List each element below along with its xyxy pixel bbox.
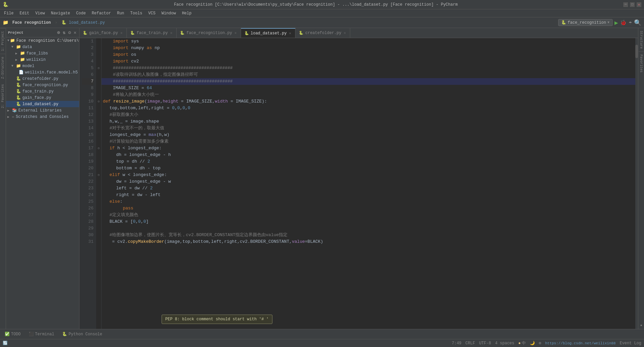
- tab-load-dataset[interactable]: 🐍 load_dataset.py ✕: [241, 28, 296, 38]
- code-line-11: top,bottom,left,right = 0,0,0,0: [101, 105, 635, 112]
- tree-item-data[interactable]: ▼ 📁 data: [6, 44, 79, 50]
- favorites-right-tab[interactable]: Favorites: [639, 52, 644, 75]
- tree-item-face-libs[interactable]: ▶ 📁 face_libs: [6, 50, 79, 56]
- todo-label: TODO: [11, 332, 21, 337]
- encoding-value: UTF-8: [479, 341, 491, 346]
- main-layout: 1: Project Z-Structure 2: Favorites Proj…: [0, 28, 644, 329]
- settings-icon[interactable]: ⚙: [539, 341, 541, 346]
- tab-face-recognition[interactable]: 🐍 face_recognition.py ✕: [177, 28, 241, 38]
- panel-sync[interactable]: ⇅: [62, 30, 66, 35]
- tree-item-scratches[interactable]: ▶ ✏️ Scratches and Consoles: [6, 114, 79, 120]
- tree-item-model[interactable]: ▼ 📁 model: [6, 63, 79, 69]
- code-line-7: ########################################…: [101, 78, 635, 85]
- run-config-selector[interactable]: 🐍 face_recognition ▼: [558, 19, 612, 26]
- project-breadcrumb[interactable]: Face recognition: [10, 20, 53, 26]
- code-line-16: #计算较短的边需要加多少像素: [101, 138, 635, 145]
- status-left: 🔃: [3, 341, 8, 346]
- fold-marker-21[interactable]: ⊖: [96, 172, 101, 178]
- menu-navigate[interactable]: Navigate: [48, 10, 73, 16]
- moon-icon[interactable]: 🌙: [530, 341, 535, 346]
- tab-face-train[interactable]: 🐍 face_train.py ✕: [127, 28, 177, 38]
- spaces-value: 4 spaces: [495, 341, 514, 346]
- bottom-panel: ✅ TODO ⬛ Terminal 🐍 Python Console: [0, 329, 644, 339]
- run-config-name: face_recognition: [568, 20, 606, 25]
- debug-button[interactable]: 🐞: [620, 19, 627, 26]
- code-line-14: #对于长宽不一的，取最大值: [101, 125, 635, 132]
- panel-close[interactable]: ✕: [73, 30, 77, 35]
- fold-marker-5[interactable]: ⊖: [96, 65, 101, 71]
- tab-bar: 🐍 gain_face.py ✕ 🐍 face_train.py ✕ 🐍 fac…: [79, 28, 638, 38]
- menu-file[interactable]: File: [1, 10, 16, 16]
- maximize-button[interactable]: □: [630, 2, 635, 7]
- fold-marker-17[interactable]: ⊖: [96, 145, 101, 152]
- code-line-5: ########################################…: [101, 65, 635, 71]
- tree-item-h5[interactable]: ▶ 📄 weilixin.face.model.h5: [6, 69, 79, 75]
- tab-face-train-close[interactable]: ✕: [170, 30, 173, 35]
- fold-marker-10[interactable]: ⊖: [96, 98, 101, 105]
- code-line-12: #获取图像大小: [101, 112, 635, 118]
- terminal-label: Terminal: [35, 332, 54, 337]
- tab-gain-face-label: gain_face.py: [89, 31, 118, 35]
- event-log[interactable]: Event Log: [620, 341, 641, 346]
- window-controls: ─ □ ✕: [623, 2, 641, 7]
- panel-add[interactable]: ⊕: [56, 30, 60, 35]
- structure-right-tab[interactable]: Structure: [639, 28, 644, 52]
- panel-settings[interactable]: ⚙: [67, 30, 71, 35]
- encoding-indicator[interactable]: UTF-8: [479, 341, 491, 346]
- favorites-tab[interactable]: 2: Favorites: [0, 81, 5, 111]
- code-line-24: right = dw - left: [101, 192, 635, 198]
- project-panel-tab[interactable]: 1: Project: [0, 28, 5, 54]
- minimize-button[interactable]: ─: [623, 2, 628, 7]
- run-button[interactable]: ▶: [615, 19, 618, 26]
- code-line-1: import sys: [101, 38, 635, 45]
- tab-createfolder-close[interactable]: ✕: [343, 30, 347, 35]
- todo-tab[interactable]: ✅ TODO: [3, 331, 23, 337]
- menu-refactor[interactable]: Refactor: [89, 10, 114, 16]
- menu-code[interactable]: Code: [73, 10, 88, 16]
- tree-item-load-dataset[interactable]: ▶ 🐍 load_dataset.py: [6, 101, 79, 107]
- scrollbar-thumb[interactable]: [635, 45, 638, 58]
- coverage-button[interactable]: ☂: [629, 19, 632, 26]
- tree-item-weilixin[interactable]: ▶ 📁 weilixin: [6, 56, 79, 63]
- bookmark-icon[interactable]: ★: [640, 323, 642, 328]
- vertical-scrollbar[interactable]: [635, 38, 638, 329]
- tab-face-recognition-close[interactable]: ✕: [234, 30, 237, 35]
- tab-createfolder[interactable]: 🐍 createfolder.py ✕: [295, 28, 350, 38]
- tab-gain-face[interactable]: 🐍 gain_face.py ✕: [79, 28, 127, 38]
- line-col-indicator[interactable]: 7:49: [452, 341, 461, 346]
- menu-window[interactable]: Window: [159, 10, 179, 16]
- project-label: Project: [8, 31, 23, 35]
- hg-icon[interactable]: 🔃: [3, 341, 8, 346]
- menu-vcs[interactable]: VCS: [146, 10, 158, 16]
- project-panel: Project ⊕ ⇅ ⚙ ✕ ▼ 📁 Face recognition C:\…: [6, 28, 79, 329]
- spaces-indicator[interactable]: 4 spaces: [495, 341, 514, 346]
- tab-gain-face-close[interactable]: ✕: [120, 30, 123, 35]
- tree-item-face-recognition[interactable]: ▶ 🐍 face_recognition.py: [6, 82, 79, 88]
- power-mode-indicator[interactable]: ● 中: [518, 340, 526, 346]
- tree-item-createfolder[interactable]: ▶ 🐍 createfolder.py: [6, 75, 79, 82]
- tree-item-external-libs[interactable]: ▶ 📚 External Libraries: [6, 107, 79, 114]
- file-breadcrumb[interactable]: 🐍 load_dataset.py: [59, 19, 107, 26]
- structure-tab[interactable]: Z-Structure: [0, 54, 5, 81]
- tab-createfolder-label: createfolder.py: [305, 31, 341, 35]
- right-panel-strip: Structure Favorites ★: [638, 28, 644, 329]
- menu-tools[interactable]: Tools: [128, 10, 145, 16]
- close-button[interactable]: ✕: [637, 2, 641, 7]
- tree-item-gain-face[interactable]: ▶ 🐍 gain_face.py: [6, 95, 79, 101]
- tree-item-project[interactable]: ▼ 📁 Face recognition C:\Users\w: [6, 37, 79, 44]
- python-console-label: Python Console: [68, 332, 102, 337]
- menu-view[interactable]: View: [33, 10, 48, 16]
- hint-link[interactable]: https://blog.csdn.net/weilixin88: [545, 341, 616, 345]
- terminal-tab[interactable]: ⬛ Terminal: [27, 331, 56, 337]
- python-console-tab[interactable]: 🐍 Python Console: [60, 331, 104, 337]
- menu-help[interactable]: Help: [179, 10, 194, 16]
- menu-edit[interactable]: Edit: [17, 10, 32, 16]
- code-content[interactable]: import sys import numpy as np import os …: [101, 38, 635, 329]
- search-button[interactable]: 🔍: [634, 19, 641, 26]
- title-bar: 🐍 Face recognition [C:\Users\wlx\Documen…: [0, 0, 644, 9]
- tab-load-dataset-close[interactable]: ✕: [288, 31, 292, 36]
- line-sep-indicator[interactable]: CRLF: [465, 341, 475, 346]
- line-numbers: 1 2 3 4 5 6 7 8 9 10 11 12 13 14 15 16 1…: [79, 38, 96, 329]
- menu-run[interactable]: Run: [114, 10, 127, 16]
- tree-item-face-train[interactable]: ▶ 🐍 face_train.py: [6, 88, 79, 95]
